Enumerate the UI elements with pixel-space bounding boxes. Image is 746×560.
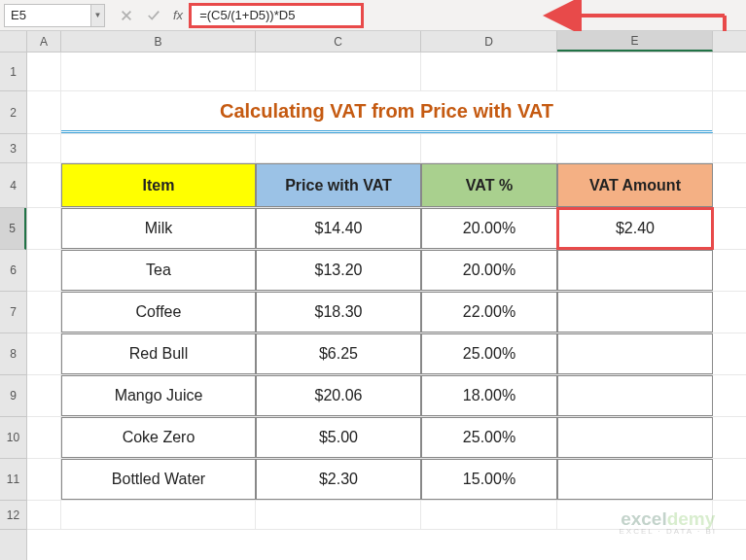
watermark: exceldemy EXCEL · DATA · BI [619,509,717,536]
price-cell[interactable]: $20.06 [256,375,421,416]
row-header-2[interactable]: 2 [0,91,26,134]
item-cell[interactable]: Bottled Water [61,459,256,500]
col-headers: ABCDE [27,31,746,52]
header-item[interactable]: Item [61,163,256,207]
cell[interactable] [557,134,713,162]
price-cell[interactable]: $6.25 [256,333,421,374]
cell[interactable] [61,134,256,162]
cell[interactable] [27,333,61,374]
row-headers: 123456789101112 [0,31,27,560]
row-header-3[interactable]: 3 [0,134,26,163]
row-header-12[interactable]: 12 [0,501,26,530]
vat-cell[interactable]: 20.00% [421,208,557,249]
page-title: Calculating VAT from Price with VAT [61,91,713,133]
selected-cell[interactable]: $2.40 [557,208,713,249]
cell[interactable] [27,134,61,162]
cell[interactable] [61,501,256,529]
row-header-6[interactable]: 6 [0,250,26,292]
cell[interactable] [27,163,61,207]
cells-area[interactable]: Calculating VAT from Price with VATItemP… [27,52,746,560]
col-header-C[interactable]: C [256,31,421,52]
amount-cell[interactable] [557,250,713,291]
amount-cell[interactable] [557,292,713,332]
row-header-4[interactable]: 4 [0,163,26,208]
cell[interactable] [27,91,61,133]
price-cell[interactable]: $18.30 [256,292,421,332]
row-header-9[interactable]: 9 [0,375,26,417]
item-cell[interactable]: Tea [61,250,256,291]
cell[interactable] [421,52,557,90]
row-header-10[interactable]: 10 [0,417,26,459]
header-price[interactable]: Price with VAT [256,163,421,207]
select-all-corner[interactable] [0,31,26,52]
formula-bar-buttons [117,6,163,25]
amount-cell[interactable] [557,375,713,416]
cancel-icon[interactable] [117,6,136,25]
row-header-5[interactable]: 5 [0,208,26,250]
row-header-8[interactable]: 8 [0,333,26,375]
name-box-dropdown-icon[interactable]: ▼ [91,4,105,27]
cell[interactable] [27,501,61,529]
price-cell[interactable]: $5.00 [256,417,421,458]
formula-bar-row: E5 ▼ fx =(C5/(1+D5))*D5 [0,0,746,31]
vat-cell[interactable]: 15.00% [421,459,557,500]
cell[interactable] [27,292,61,332]
name-box[interactable]: E5 [4,4,91,27]
grid-area: ABCDE Calculating VAT from Price with VA… [27,31,746,560]
col-header-A[interactable]: A [27,31,61,52]
cell[interactable] [27,208,61,249]
cell[interactable] [256,501,421,529]
cell[interactable] [557,52,713,90]
cell[interactable] [27,459,61,500]
vat-cell[interactable]: 25.00% [421,333,557,374]
price-cell[interactable]: $13.20 [256,250,421,291]
amount-cell[interactable] [557,333,713,374]
row-header-11[interactable]: 11 [0,459,26,501]
amount-cell[interactable] [557,417,713,458]
col-header-E[interactable]: E [557,31,713,52]
vat-cell[interactable]: 22.00% [421,292,557,332]
vat-cell[interactable]: 20.00% [421,250,557,291]
header-vat[interactable]: VAT % [421,163,557,207]
spreadsheet: 123456789101112 ABCDE Calculating VAT fr… [0,31,746,560]
vat-cell[interactable]: 25.00% [421,417,557,458]
item-cell[interactable]: Milk [61,208,256,249]
col-header-D[interactable]: D [421,31,557,52]
cell[interactable] [27,375,61,416]
cell[interactable] [27,250,61,291]
cell[interactable] [421,134,557,162]
cell[interactable] [27,52,61,90]
header-amount[interactable]: VAT Amount [557,163,713,207]
item-cell[interactable]: Mango Juice [61,375,256,416]
row-header-1[interactable]: 1 [0,52,26,91]
item-cell[interactable]: Red Bull [61,333,256,374]
cell[interactable] [256,134,421,162]
cell[interactable] [256,52,421,90]
price-cell[interactable]: $2.30 [256,459,421,500]
fx-icon[interactable]: fx [173,8,183,22]
vat-cell[interactable]: 18.00% [421,375,557,416]
row-header-7[interactable]: 7 [0,292,26,333]
amount-cell[interactable] [557,459,713,500]
cell[interactable] [27,417,61,458]
price-cell[interactable]: $14.40 [256,208,421,249]
confirm-icon[interactable] [144,6,163,25]
cell[interactable] [421,501,557,529]
formula-input[interactable]: =(C5/(1+D5))*D5 [189,3,364,28]
cell[interactable] [61,52,256,90]
item-cell[interactable]: Coke Zero [61,417,256,458]
item-cell[interactable]: Coffee [61,292,256,332]
col-header-B[interactable]: B [61,31,256,52]
